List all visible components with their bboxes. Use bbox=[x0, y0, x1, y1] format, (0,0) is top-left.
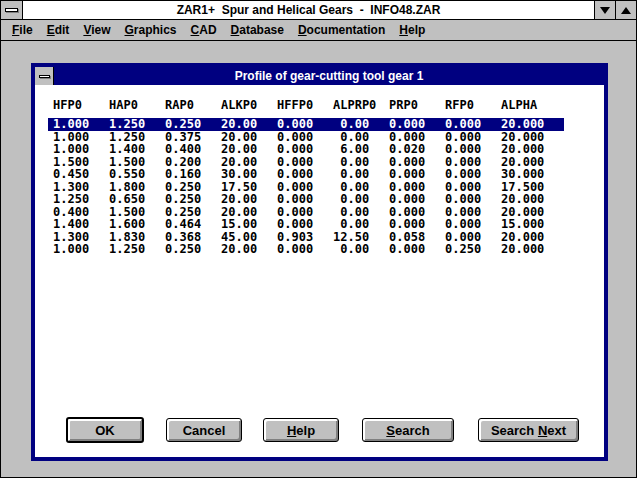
cell: 1.000 bbox=[53, 143, 109, 156]
cell: 1.600 bbox=[109, 218, 165, 231]
cell: 0.00 bbox=[333, 218, 389, 231]
cell: 0.000 bbox=[389, 118, 445, 131]
cell: 6.00 bbox=[333, 143, 389, 156]
cell: 20.00 bbox=[221, 143, 277, 156]
cell: 0.250 bbox=[445, 243, 501, 256]
cell: 1.250 bbox=[53, 193, 109, 206]
cell: 1.250 bbox=[109, 118, 165, 131]
table-row[interactable]: 1.0001.2500.25020.000.000 0.000.0000.250… bbox=[48, 243, 564, 256]
listbox[interactable]: 1.0001.2500.25020.000.000 0.000.0000.000… bbox=[48, 118, 564, 256]
cell: 20.000 bbox=[501, 118, 557, 131]
cell: 0.160 bbox=[165, 168, 221, 181]
dialog-system-menu-icon bbox=[39, 75, 50, 78]
column-header: RFP0 bbox=[445, 98, 501, 113]
cell: 0.000 bbox=[389, 218, 445, 231]
cell: 0.000 bbox=[277, 243, 333, 256]
ok-button[interactable]: OK bbox=[66, 417, 144, 443]
cell: 1.250 bbox=[109, 243, 165, 256]
button-row: OK Cancel Help Search Search Next bbox=[35, 418, 604, 446]
table-row[interactable]: 1.2500.6500.25020.000.000 0.000.0000.000… bbox=[48, 193, 564, 206]
table-row[interactable]: 0.4500.5500.16030.000.000 0.000.0000.000… bbox=[48, 168, 564, 181]
cancel-button[interactable]: Cancel bbox=[166, 418, 242, 442]
system-menu-button[interactable] bbox=[1, 1, 23, 19]
cell: 0.000 bbox=[277, 193, 333, 206]
system-menu-icon bbox=[5, 8, 18, 12]
cell: 0.000 bbox=[389, 243, 445, 256]
cell: 20.00 bbox=[221, 193, 277, 206]
column-header: ALKP0 bbox=[221, 98, 277, 113]
table-header-row: HFP0HAP0RAP0ALKP0HFFP0ALPRP0PRP0RFP0ALPH… bbox=[53, 98, 604, 113]
dialog-title: Profile of gear-cutting tool gear 1 bbox=[54, 67, 604, 85]
menu-item-graphics[interactable]: Graphics bbox=[118, 21, 184, 39]
cell: 30.000 bbox=[501, 168, 557, 181]
menu-item-view[interactable]: View bbox=[76, 21, 117, 39]
cell: 0.000 bbox=[445, 118, 501, 131]
menu-item-help[interactable]: Help bbox=[392, 21, 432, 39]
column-header: ALPHA bbox=[501, 98, 557, 113]
column-header: HFP0 bbox=[53, 98, 109, 113]
cell: 1.400 bbox=[109, 143, 165, 156]
cell: 0.400 bbox=[165, 143, 221, 156]
cell: 0.020 bbox=[389, 143, 445, 156]
cell: 0.650 bbox=[109, 193, 165, 206]
dialog-content: HFP0HAP0RAP0ALKP0HFFP0ALPRP0PRP0RFP0ALPH… bbox=[35, 85, 604, 457]
cell: 0.000 bbox=[445, 193, 501, 206]
cell: 0.000 bbox=[445, 218, 501, 231]
cell: 0.000 bbox=[389, 193, 445, 206]
dialog-system-menu-button[interactable] bbox=[35, 67, 54, 85]
cell: 20.000 bbox=[501, 243, 557, 256]
cell: 1.000 bbox=[53, 243, 109, 256]
window-title: ZAR1+ Spur and Helical Gears - INFO48.ZA… bbox=[23, 1, 594, 19]
cell: 0.000 bbox=[277, 143, 333, 156]
cell: 0.464 bbox=[165, 218, 221, 231]
column-header: ALPRP0 bbox=[333, 98, 389, 113]
search-button[interactable]: Search bbox=[362, 418, 454, 442]
maximize-button[interactable] bbox=[615, 1, 636, 19]
cell: 20.00 bbox=[221, 243, 277, 256]
cell: 0.000 bbox=[277, 168, 333, 181]
minimize-button[interactable] bbox=[594, 1, 615, 19]
cell: 0.550 bbox=[109, 168, 165, 181]
dialog-profile-of-gear-cutting-tool: Profile of gear-cutting tool gear 1 HFP0… bbox=[31, 63, 608, 461]
cell: 0.00 bbox=[333, 168, 389, 181]
cell: 0.450 bbox=[53, 168, 109, 181]
column-header: PRP0 bbox=[389, 98, 445, 113]
menu-item-edit[interactable]: Edit bbox=[40, 21, 77, 39]
cell: 0.000 bbox=[445, 143, 501, 156]
cell: 0.00 bbox=[333, 243, 389, 256]
cell: 15.00 bbox=[221, 218, 277, 231]
menu-item-database[interactable]: Database bbox=[224, 21, 291, 39]
cell: 20.000 bbox=[501, 143, 557, 156]
cell: 0.00 bbox=[333, 118, 389, 131]
cell: 0.000 bbox=[277, 218, 333, 231]
table-row[interactable]: 1.0001.2500.25020.000.000 0.000.0000.000… bbox=[48, 118, 564, 131]
client-area: Profile of gear-cutting tool gear 1 HFP0… bbox=[1, 41, 636, 477]
cell: 0.250 bbox=[165, 118, 221, 131]
cell: 1.400 bbox=[53, 218, 109, 231]
menu-item-documentation[interactable]: Documentation bbox=[291, 21, 392, 39]
cell: 15.000 bbox=[501, 218, 557, 231]
maximize-icon bbox=[621, 7, 631, 14]
column-header: RAP0 bbox=[165, 98, 221, 113]
cell: 0.000 bbox=[445, 168, 501, 181]
menu-item-file[interactable]: File bbox=[5, 21, 40, 39]
table-row[interactable]: 1.0001.4000.40020.000.000 6.000.0200.000… bbox=[48, 143, 564, 156]
cell: 0.250 bbox=[165, 193, 221, 206]
column-header: HAP0 bbox=[109, 98, 165, 113]
cell: 30.00 bbox=[221, 168, 277, 181]
cell: 20.000 bbox=[501, 193, 557, 206]
cell: 0.000 bbox=[389, 168, 445, 181]
menu-item-cad[interactable]: CAD bbox=[184, 21, 224, 39]
menu-bar: File Edit View Graphics CAD Database Doc… bbox=[1, 20, 636, 41]
table-row[interactable]: 1.4001.6000.46415.000.000 0.000.0000.000… bbox=[48, 218, 564, 231]
window-titlebar: ZAR1+ Spur and Helical Gears - INFO48.ZA… bbox=[1, 1, 636, 20]
search-next-button[interactable]: Search Next bbox=[478, 418, 579, 442]
cell: 1.000 bbox=[53, 118, 109, 131]
cell: 0.250 bbox=[165, 243, 221, 256]
help-button[interactable]: Help bbox=[263, 418, 339, 442]
column-header: HFFP0 bbox=[277, 98, 333, 113]
app-window: ZAR1+ Spur and Helical Gears - INFO48.ZA… bbox=[0, 0, 637, 478]
cell: 0.000 bbox=[277, 118, 333, 131]
dialog-titlebar: Profile of gear-cutting tool gear 1 bbox=[35, 67, 604, 85]
cell: 0.00 bbox=[333, 193, 389, 206]
